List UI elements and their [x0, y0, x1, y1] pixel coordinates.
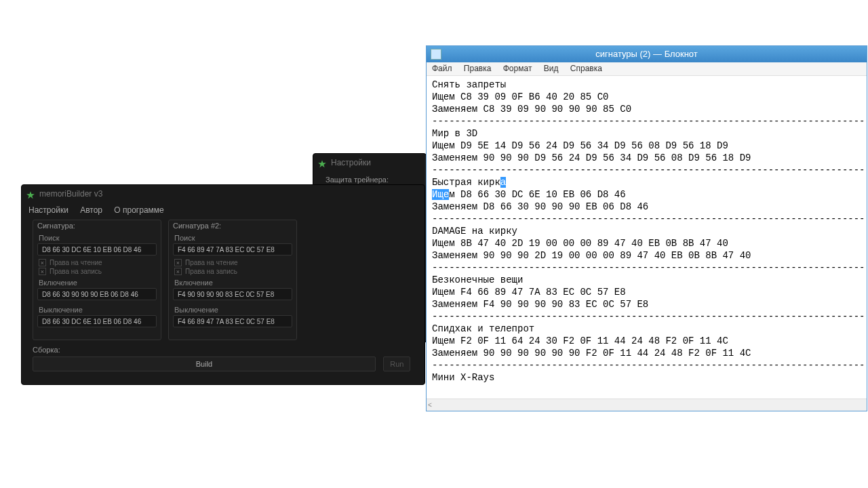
settings-window-title[interactable]: Настройки — [313, 154, 426, 171]
build-section-label: Сборка: — [33, 346, 422, 354]
sig1-on-input[interactable]: D8 66 30 90 90 90 EB 06 D8 46 — [37, 288, 157, 300]
builder-menu-bar: Настройки Автор О программе — [22, 203, 425, 220]
sig2-read-rights[interactable]: ×Права на чтение — [169, 258, 296, 267]
sig2-write-rights[interactable]: ×Права на запись — [169, 267, 296, 276]
sig1-off-input[interactable]: D8 66 30 DC 6E 10 EB 06 D8 46 — [37, 315, 157, 327]
sig1-write-rights[interactable]: ×Права на запись — [33, 267, 161, 276]
scroll-left-arrow-icon[interactable]: < — [428, 401, 436, 409]
menu-help[interactable]: Справка — [570, 64, 602, 73]
sig1-search-label: Поиск — [33, 231, 161, 243]
sig1-search-input[interactable]: D8 66 30 DC 6E 10 EB 06 D8 46 — [37, 243, 157, 256]
builder-window-title[interactable]: memoriBuilder v3 — [22, 185, 425, 203]
notepad-window: сигнатуры (2) — Блокнот Файл Правка Форм… — [426, 45, 867, 411]
notepad-text-area[interactable]: Снять запреты Ищем C8 39 09 0F B6 40 20 … — [427, 76, 867, 394]
sig1-on-label: Включение — [33, 276, 161, 287]
checkbox-label: Права на чтение — [50, 259, 102, 266]
notepad-icon — [431, 49, 441, 60]
checkbox-icon: × — [39, 259, 46, 266]
notepad-title-text: сигнатуры (2) — Блокнот — [595, 49, 698, 59]
notepad-menu-bar: Файл Правка Формат Вид Справка — [427, 62, 867, 76]
menu-edit[interactable]: Правка — [464, 64, 492, 73]
sig1-read-rights[interactable]: ×Права на чтение — [33, 258, 161, 267]
star-icon — [317, 157, 327, 167]
sig2-off-label: Выключение — [169, 303, 296, 314]
build-area: Сборка: Build Run — [33, 346, 422, 371]
run-button[interactable]: Run — [383, 357, 410, 371]
text-selection: а — [500, 177, 506, 188]
sig2-on-label: Включение — [169, 276, 296, 287]
checkbox-icon: × — [174, 259, 182, 266]
protection-label: Защита трейнера: — [313, 171, 426, 185]
notepad-title-bar[interactable]: сигнатуры (2) — Блокнот — [427, 46, 867, 62]
builder-window-title-text: memoriBuilder v3 — [39, 189, 102, 199]
sig2-search-input[interactable]: F4 66 89 47 7A 83 EC 0C 57 E8 — [173, 243, 292, 256]
sig2-on-input[interactable]: F4 90 90 90 90 83 EC 0C 57 E8 — [173, 288, 292, 300]
menu-settings[interactable]: Настройки — [28, 205, 68, 215]
menu-view[interactable]: Вид — [544, 64, 559, 73]
checkbox-icon: × — [174, 268, 182, 275]
menu-about[interactable]: О программе — [114, 205, 163, 215]
menu-format[interactable]: Формат — [503, 64, 532, 73]
menu-author[interactable]: Автор — [80, 205, 102, 215]
text-selection: Ище — [432, 189, 449, 200]
signature-panel-1: Сигнатура: Поиск D8 66 30 DC 6E 10 EB 06… — [33, 220, 161, 340]
sig2-off-input[interactable]: F4 66 89 47 7A 83 EC 0C 57 E8 — [173, 315, 292, 327]
star-icon — [26, 188, 35, 198]
checkbox-icon: × — [39, 268, 46, 275]
sig2-search-label: Поиск — [169, 231, 296, 243]
notepad-hscrollbar[interactable]: < — [427, 399, 867, 411]
sig1-off-label: Выключение — [33, 303, 161, 314]
signature-panel-2: Сигнатура #2: Поиск F4 66 89 47 7A 83 EC… — [168, 220, 297, 340]
checkbox-label: Права на чтение — [185, 259, 238, 266]
build-button[interactable]: Build — [33, 357, 376, 371]
settings-window-title-text: Настройки — [331, 158, 371, 167]
menu-file[interactable]: Файл — [432, 64, 452, 73]
checkbox-label: Права на запись — [50, 268, 102, 275]
sig1-title: Сигнатура: — [33, 220, 161, 231]
sig2-title: Сигнатура #2: — [169, 220, 296, 231]
checkbox-label: Права на запись — [185, 268, 237, 275]
